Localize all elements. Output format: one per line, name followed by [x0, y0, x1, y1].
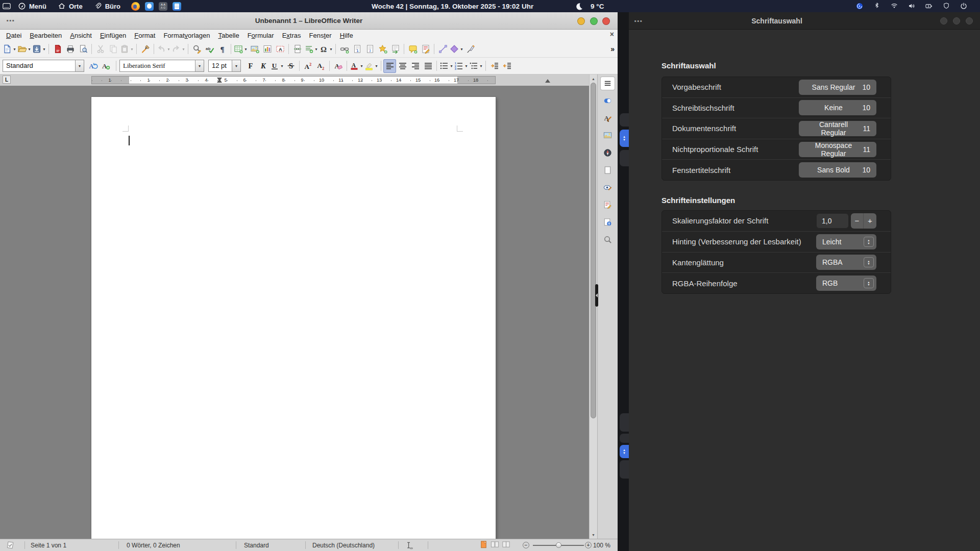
minimize-button[interactable] [940, 17, 947, 24]
font-picker-button[interactable]: Cantarell Regular 11 [799, 121, 876, 136]
dropdown-arrow-icon[interactable] [359, 64, 364, 68]
comment-button[interactable] [406, 42, 419, 56]
scale-value-entry[interactable]: 1,0 [816, 213, 849, 229]
update-style-button[interactable]: A [86, 59, 99, 73]
paste-button[interactable] [119, 42, 134, 56]
scroll-up-arrow[interactable]: ▲ [590, 75, 597, 82]
new-document-button[interactable] [2, 42, 17, 56]
vertical-scrollbar[interactable]: ▲ ▼ [589, 74, 597, 539]
dropdown-arrow-icon[interactable] [479, 64, 483, 68]
bold-button[interactable]: F [244, 59, 257, 73]
sidebar-tab-find[interactable] [601, 233, 615, 246]
right-indent-marker[interactable] [545, 79, 550, 83]
dropdown-arrow-icon[interactable] [12, 47, 17, 52]
dropdown-arrow-icon[interactable] [130, 47, 134, 52]
highlight-color-button[interactable] [364, 59, 379, 73]
insert-chart-button[interactable] [261, 42, 274, 56]
panel-weather[interactable]: 9 °C [575, 0, 604, 12]
endnote-button[interactable]: i [363, 42, 376, 56]
combo-dropdown-icon[interactable] [232, 60, 240, 71]
font-name-combo[interactable]: Liberation Serif [119, 60, 204, 72]
save-button[interactable] [32, 42, 46, 56]
document-area[interactable] [0, 86, 589, 539]
sidebar-tab-gallery[interactable] [601, 129, 615, 142]
single-page-view-button[interactable] [479, 540, 488, 551]
formatting-marks-button[interactable]: ¶ [216, 42, 229, 56]
page-style-status[interactable]: Standard [244, 539, 269, 551]
window-list-icon[interactable] [2, 2, 11, 11]
sidebar-tab-page-deck[interactable] [601, 164, 615, 177]
menu-formatvorlagen[interactable]: Formatvorlagen [159, 31, 214, 40]
app-indicator-icon[interactable] [855, 2, 864, 10]
fontdialog-headerbar[interactable]: ⋯ Schriftauswahl [629, 12, 980, 30]
dropdown-arrow-icon[interactable] [166, 47, 171, 52]
insert-textbox-button[interactable]: A [274, 42, 286, 56]
menu-hilfe[interactable]: Hilfe [336, 31, 357, 40]
menu-tabelle[interactable]: Tabelle [214, 31, 243, 40]
places-button[interactable]: Orte [53, 0, 87, 12]
battery-charging-icon[interactable] [925, 2, 933, 10]
page-break-button[interactable] [291, 42, 304, 56]
sidebar-tab-accessibility-check[interactable] [601, 216, 615, 229]
underline-button[interactable]: U [270, 59, 284, 73]
align-justify-button[interactable] [422, 59, 434, 73]
menu-datei[interactable]: Datei [2, 31, 26, 40]
sidebar-tab-style-inspector[interactable] [601, 181, 615, 194]
zoom-slider-thumb[interactable] [556, 542, 561, 548]
font-size-combo[interactable]: 12 pt [208, 60, 241, 72]
left-indent-marker[interactable] [217, 79, 222, 83]
dropdown-arrow-icon[interactable] [449, 64, 454, 68]
horizontal-ruler[interactable]: 1123456789101112131415161718 [91, 76, 496, 84]
maximize-button[interactable] [953, 17, 960, 24]
toolbar-overflow-button[interactable]: » [610, 45, 615, 53]
menu-bearbeiten[interactable]: Bearbeiten [26, 31, 66, 40]
insert-field-button[interactable] [304, 42, 318, 56]
insert-mode-icon[interactable] [404, 539, 414, 551]
new-style-button[interactable]: A [99, 59, 112, 73]
strikethrough-button[interactable]: S [284, 59, 297, 73]
indent-increase-button[interactable] [488, 59, 501, 73]
menu-ansicht[interactable]: Ansicht [66, 31, 96, 40]
dropdown-arrow-icon[interactable] [374, 64, 379, 68]
dropdown-arrow-icon[interactable] [181, 47, 186, 52]
document-page[interactable] [91, 97, 496, 539]
dropdown-arrow-icon[interactable] [459, 47, 464, 52]
rgba-order-dropdown[interactable]: RGB [816, 276, 876, 291]
menu-format[interactable]: Format [130, 31, 159, 40]
font-picker-button[interactable]: Keine 10 [799, 100, 876, 115]
panel-clock[interactable]: Woche 42 | Sonntag, 19. Oktober 2025 - 1… [372, 0, 533, 12]
menu-extras[interactable]: Extras [278, 31, 305, 40]
scrollbar-thumb[interactable] [591, 83, 596, 418]
writer-app-icon[interactable] [173, 2, 181, 11]
outline-list-button[interactable] [469, 59, 483, 73]
maximize-button[interactable] [590, 17, 598, 25]
draw-functions-button[interactable] [464, 42, 477, 56]
cross-reference-button[interactable] [389, 42, 402, 56]
numbered-list-button[interactable]: 123 [454, 59, 469, 73]
special-character-button[interactable]: Ω [318, 42, 333, 56]
track-changes-button[interactable] [419, 42, 432, 56]
close-button[interactable] [966, 17, 973, 24]
italic-button[interactable]: K [257, 59, 270, 73]
undo-button[interactable] [156, 42, 171, 56]
spelling-button[interactable]: ab [203, 42, 216, 56]
sidebar-tab-manage-changes[interactable] [601, 198, 615, 211]
insert-image-button[interactable] [248, 42, 261, 56]
fonts-app-icon[interactable] [159, 2, 167, 11]
cut-button[interactable] [94, 42, 107, 56]
wifi-icon[interactable] [890, 2, 898, 10]
power-icon[interactable] [960, 2, 968, 10]
sidebar-tab-styles[interactable]: A [601, 112, 615, 124]
bug-reporter-icon[interactable] [145, 2, 154, 11]
subscript-button[interactable]: A2 [314, 59, 327, 73]
office-button[interactable]: Büro [89, 0, 125, 12]
find-replace-button[interactable] [190, 42, 203, 56]
sidebar-tab-properties[interactable] [601, 94, 615, 107]
antialiasing-dropdown[interactable]: RGBA [816, 255, 876, 270]
window-menu-icon[interactable]: ⋯ [6, 12, 15, 29]
basic-shapes-button[interactable] [449, 42, 464, 56]
page-count-status[interactable]: Seite 1 von 1 [31, 539, 66, 551]
superscript-button[interactable]: A2 [302, 59, 314, 73]
bluetooth-icon[interactable] [873, 2, 881, 10]
font-picker-button[interactable]: Sans Regular 10 [799, 80, 876, 95]
